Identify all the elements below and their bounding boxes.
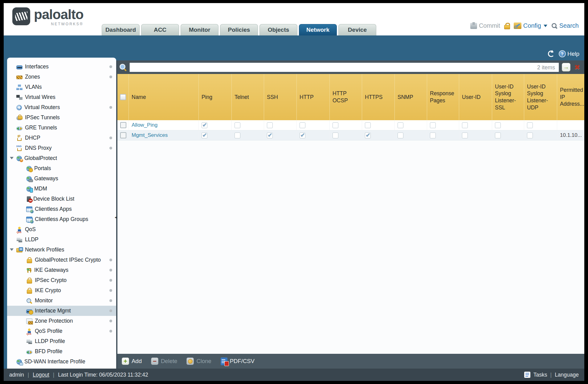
- column-header-http[interactable]: HTTP: [297, 74, 330, 120]
- sidebar-item-lldp[interactable]: LLDP: [7, 235, 116, 245]
- sidebar-item-globalprotect[interactable]: GlobalProtect: [7, 153, 116, 163]
- sidebar-splitter[interactable]: ◄: [116, 60, 117, 369]
- sidebar-item-mdm[interactable]: MDM: [7, 184, 116, 194]
- checkbox-ssh[interactable]: [267, 133, 273, 138]
- sidebar-item-zone-protection[interactable]: Zone Protection: [7, 316, 116, 326]
- column-header-user-id-syslog-listener-ssl[interactable]: User-ID Syslog Listener-SSL: [492, 74, 524, 120]
- add-button[interactable]: +Add: [122, 357, 142, 365]
- config-menu-button[interactable]: Config: [514, 22, 547, 29]
- checkbox-user-id-syslog-listener-ssl[interactable]: [495, 133, 501, 138]
- sidebar-item-qos-profile[interactable]: QoS Profile: [7, 326, 116, 336]
- commit-button[interactable]: Commit: [470, 22, 500, 29]
- sidebar-item-monitor[interactable]: Monitor: [7, 296, 116, 306]
- checkbox-http-ocsp[interactable]: [333, 122, 338, 128]
- logout-link[interactable]: Logout: [33, 372, 49, 378]
- filter-input[interactable]: [129, 63, 559, 72]
- checkbox-user-id-syslog-listener-udp[interactable]: [527, 122, 533, 128]
- checkbox-snmp[interactable]: [398, 122, 403, 128]
- column-header-response-pages[interactable]: Response Pages: [427, 74, 459, 120]
- clear-filter-icon[interactable]: ✖: [573, 63, 581, 71]
- column-header-name[interactable]: Name: [129, 74, 199, 120]
- apply-filter-button[interactable]: →: [562, 63, 570, 71]
- sidebar-item-sd-wan-interface-profile[interactable]: SD-WAN Interface Profile: [7, 357, 116, 367]
- checkbox-http-ocsp[interactable]: [333, 133, 338, 138]
- sidebar-item-clientless-apps[interactable]: Clientless Apps: [7, 204, 116, 214]
- collapse-sidebar-icon[interactable]: ◄: [114, 214, 117, 221]
- sidebar-item-ike-gateways[interactable]: IKE Gateways: [7, 265, 116, 275]
- column-header-user-id[interactable]: User-ID: [459, 74, 492, 120]
- checkbox-telnet[interactable]: [235, 122, 240, 128]
- column-header-https[interactable]: HTTPS: [362, 74, 395, 120]
- checkbox-user-id[interactable]: [462, 133, 468, 138]
- lock-icon[interactable]: [504, 23, 510, 29]
- pdf-csv-button[interactable]: PDF/CSV: [221, 357, 255, 365]
- delete-button[interactable]: −Delete: [151, 357, 177, 365]
- row-select-checkbox[interactable]: [120, 122, 126, 128]
- column-header-telnet[interactable]: Telnet: [232, 74, 264, 120]
- select-all-checkbox[interactable]: [120, 94, 126, 100]
- sidebar-item-gateways[interactable]: Gateways: [7, 174, 116, 184]
- checkbox-response-pages[interactable]: [430, 133, 436, 138]
- checkbox-telnet[interactable]: [235, 133, 240, 138]
- table-row[interactable]: Allow_Ping: [117, 120, 584, 130]
- tasks-icon[interactable]: [524, 372, 530, 378]
- sidebar-item-ike-crypto[interactable]: IKE Crypto: [7, 285, 116, 296]
- table-row[interactable]: Mgmt_Services10.1.10...: [117, 130, 584, 141]
- tab-monitor[interactable]: Monitor: [181, 24, 218, 35]
- tab-device[interactable]: Device: [338, 24, 376, 35]
- checkbox-https[interactable]: [365, 122, 371, 128]
- checkbox-http[interactable]: [300, 133, 305, 138]
- tab-acc[interactable]: ACC: [141, 24, 179, 35]
- sidebar-item-network-profiles[interactable]: Network Profiles: [7, 245, 116, 255]
- tab-dashboard[interactable]: Dashboard: [102, 24, 140, 35]
- tab-objects[interactable]: Objects: [259, 24, 297, 35]
- tab-policies[interactable]: Policies: [220, 24, 258, 35]
- checkbox-ping[interactable]: [202, 122, 207, 128]
- sidebar-item-portals[interactable]: Portals: [7, 163, 116, 174]
- expander-icon[interactable]: [10, 248, 14, 251]
- checkbox-user-id[interactable]: [462, 122, 468, 128]
- checkbox-https[interactable]: [365, 133, 371, 138]
- sidebar-item-qos[interactable]: QoS: [7, 224, 116, 235]
- sidebar-item-lldp-profile[interactable]: LLDP Profile: [7, 336, 116, 346]
- sidebar-item-gre-tunnels[interactable]: GRE Tunnels: [7, 123, 116, 133]
- sidebar-item-vlans[interactable]: VLANs: [7, 82, 116, 92]
- sidebar-item-interface-mgmt[interactable]: Interface Mgmt: [7, 306, 116, 316]
- sidebar-item-clientless-app-groups[interactable]: Clientless App Groups: [7, 214, 116, 224]
- checkbox-ping[interactable]: [202, 133, 207, 138]
- expander-icon[interactable]: [10, 157, 14, 159]
- filter-search-icon[interactable]: [119, 63, 127, 71]
- checkbox-response-pages[interactable]: [430, 122, 436, 128]
- sidebar-item-ipsec-tunnels[interactable]: IPSec Tunnels: [7, 112, 116, 123]
- row-select-checkbox[interactable]: [120, 132, 126, 138]
- entry-name-link[interactable]: Allow_Ping: [132, 122, 157, 128]
- sidebar-item-globalprotect-ipsec-crypto[interactable]: GlobalProtect IPSec Crypto: [7, 255, 116, 265]
- sidebar-item-virtual-routers[interactable]: Virtual Routers: [7, 102, 116, 112]
- sidebar-item-interfaces[interactable]: Interfaces: [7, 62, 116, 72]
- tasks-button[interactable]: Tasks: [533, 372, 547, 378]
- checkbox-http[interactable]: [300, 122, 305, 128]
- sidebar-item-ipsec-crypto[interactable]: IPSec Crypto: [7, 275, 116, 285]
- entry-name-link[interactable]: Mgmt_Services: [132, 132, 168, 138]
- column-header-ssh[interactable]: SSH: [264, 74, 297, 120]
- sidebar-item-virtual-wires[interactable]: Virtual Wires: [7, 92, 116, 102]
- column-header-snmp[interactable]: SNMP: [395, 74, 427, 120]
- tab-network[interactable]: Network: [299, 24, 337, 35]
- column-header-permitted-ip-address[interactable]: Permitted IP Address...: [557, 74, 584, 120]
- language-button[interactable]: Language: [555, 372, 579, 378]
- sidebar-item-dhcp[interactable]: DHCP: [7, 133, 116, 143]
- checkbox-user-id-syslog-listener-ssl[interactable]: [495, 122, 501, 128]
- global-search-button[interactable]: Search: [551, 22, 579, 29]
- checkbox-ssh[interactable]: [267, 122, 273, 128]
- refresh-icon[interactable]: [548, 51, 554, 57]
- clone-button[interactable]: Clone: [186, 357, 211, 365]
- column-header-ping[interactable]: Ping: [199, 74, 232, 120]
- sidebar-item-dns-proxy[interactable]: DNS Proxy: [7, 143, 116, 153]
- sidebar-item-device-block-list[interactable]: Device Block List: [7, 194, 116, 204]
- sidebar-item-zones[interactable]: Zones: [7, 72, 116, 82]
- checkbox-snmp[interactable]: [398, 133, 403, 138]
- help-button[interactable]: Help: [559, 50, 579, 57]
- sidebar-item-bfd-profile[interactable]: BFD Profile: [7, 346, 116, 357]
- column-header-http-ocsp[interactable]: HTTP OCSP: [330, 74, 362, 120]
- column-header-user-id-syslog-listener-udp[interactable]: User-ID Syslog Listener-UDP: [524, 74, 557, 120]
